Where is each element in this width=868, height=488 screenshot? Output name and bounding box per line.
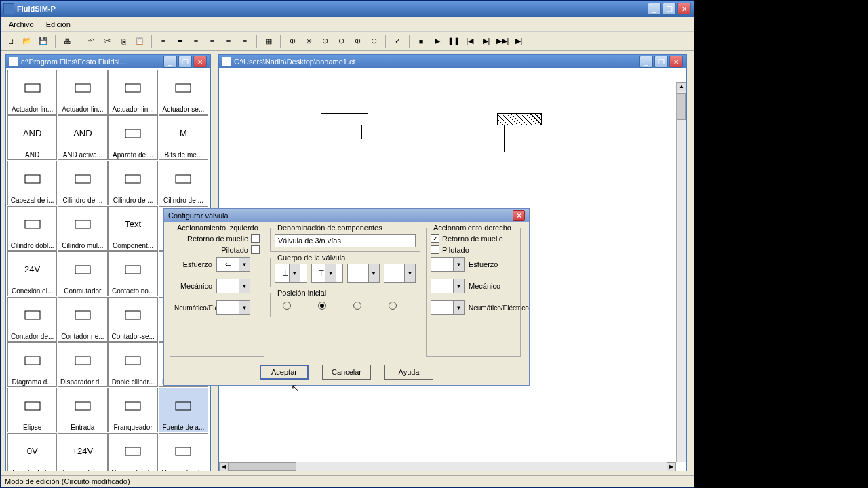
right-piloted-checkbox[interactable] xyxy=(431,245,439,254)
align-top-icon[interactable]: ≡ xyxy=(205,34,220,49)
align-middle-icon[interactable]: ≡ xyxy=(221,34,236,49)
palette-minimize[interactable]: _ xyxy=(163,56,177,68)
align-left-icon[interactable]: ≡ xyxy=(156,34,171,49)
canvas-vscroll[interactable]: ▲ xyxy=(676,82,686,462)
cancel-button[interactable]: Cancelar xyxy=(322,365,371,380)
palette-item[interactable]: Aparato de ... xyxy=(108,115,158,160)
canvas-close[interactable]: ✕ xyxy=(669,56,683,68)
palette-item[interactable]: Diagrama d... xyxy=(7,342,57,387)
palette-item[interactable]: Conmutador xyxy=(58,251,107,296)
palette-item[interactable]: Cabezal de i... xyxy=(7,161,57,205)
undo-icon[interactable]: ↶ xyxy=(83,34,98,49)
cylinder-symbol-1[interactable] xyxy=(321,113,368,125)
step-back-icon[interactable]: |◀ xyxy=(462,34,477,49)
menu-edit[interactable]: Edición xyxy=(41,19,76,30)
left-piloted-checkbox[interactable] xyxy=(251,245,260,254)
palette-item[interactable]: Actuador lin... xyxy=(108,70,158,115)
body-combo-2[interactable]: ⊤▼ xyxy=(311,264,344,283)
align-center-icon[interactable]: ≣ xyxy=(172,34,187,49)
palette-item[interactable]: ANDAND xyxy=(7,115,57,160)
pos-radio-1[interactable] xyxy=(283,302,291,310)
print-preview-icon[interactable]: 🖶 xyxy=(60,34,75,49)
left-pneu-combo[interactable]: ▼ xyxy=(216,300,250,315)
palette-item[interactable]: Disparador d... xyxy=(58,342,107,387)
palette-item[interactable]: MBits de me... xyxy=(159,115,208,160)
step-fwd-icon[interactable]: ▶| xyxy=(479,34,494,49)
palette-item[interactable]: Cilindro de ... xyxy=(159,161,208,205)
pos-radio-3[interactable] xyxy=(353,302,361,310)
right-effort-combo[interactable]: ▼ xyxy=(431,257,465,272)
palette-item[interactable]: Contador de... xyxy=(7,297,57,342)
copy-icon[interactable]: ⎘ xyxy=(116,34,131,49)
denomination-input[interactable] xyxy=(275,234,416,247)
canvas-hscroll[interactable]: ◀ ▶ xyxy=(219,462,676,471)
palette-item[interactable]: Actuador lin... xyxy=(58,70,107,115)
check-icon[interactable]: ✓ xyxy=(390,34,405,49)
maximize-button[interactable]: ❐ xyxy=(663,3,676,15)
stop-icon[interactable]: ■ xyxy=(414,34,429,49)
palette-item[interactable]: Contador ne... xyxy=(58,297,107,342)
cut-icon[interactable]: ✂ xyxy=(100,34,115,49)
palette-item[interactable]: Franqueador xyxy=(108,388,158,432)
canvas-maximize[interactable]: ❐ xyxy=(654,56,668,68)
palette-item[interactable]: Actuador se... xyxy=(159,70,208,115)
menu-file[interactable]: Archivo xyxy=(3,19,39,30)
pos-radio-2[interactable] xyxy=(318,302,326,310)
right-spring-checkbox[interactable]: ✓ xyxy=(431,234,439,243)
align-right-icon[interactable]: ≡ xyxy=(189,34,203,49)
palette-item[interactable]: Cilindro de ... xyxy=(108,161,158,205)
palette-item[interactable]: Cilindro dobl... xyxy=(7,206,57,251)
save-icon[interactable]: 💾 xyxy=(36,34,51,49)
paste-icon[interactable]: 📋 xyxy=(132,34,147,49)
palette-item[interactable]: Cilindro de ... xyxy=(58,161,107,205)
palette-item[interactable]: 24VConexión el... xyxy=(7,251,57,296)
palette-item[interactable]: 0VFuente de t... xyxy=(7,433,57,471)
palette-item[interactable]: Generador d... xyxy=(108,433,158,471)
zoom-100-icon[interactable]: ⊜ xyxy=(301,34,316,49)
skip-end-icon[interactable]: ▶| xyxy=(511,34,526,49)
palette-item[interactable]: Contador-se... xyxy=(108,297,158,342)
canvas-minimize[interactable]: _ xyxy=(639,56,653,68)
left-mech-combo[interactable]: ▼ xyxy=(216,279,250,293)
right-pneu-combo[interactable]: ▼ xyxy=(431,300,465,315)
dialog-close-button[interactable]: ✕ xyxy=(513,210,525,221)
align-bottom-icon[interactable]: ≡ xyxy=(237,34,252,49)
titlebar: FluidSIM-P _ ❐ ✕ xyxy=(1,1,694,17)
zoom-prev-icon[interactable]: ⊖ xyxy=(334,34,349,49)
palette-item[interactable]: Entrada xyxy=(58,388,107,432)
palette-maximize[interactable]: ❐ xyxy=(178,56,192,68)
open-icon[interactable]: 📂 xyxy=(20,34,35,49)
palette-item[interactable]: TextComponent... xyxy=(108,206,158,251)
zoom-region-icon[interactable]: ⊕ xyxy=(317,34,332,49)
new-icon[interactable]: 🗋 xyxy=(3,34,18,49)
pause-icon[interactable]: ❚❚ xyxy=(446,34,461,49)
minimize-button[interactable]: _ xyxy=(648,3,661,15)
help-button[interactable]: Ayuda xyxy=(384,365,433,380)
cylinder-symbol-2[interactable] xyxy=(497,113,542,125)
palette-item[interactable]: Elipse xyxy=(7,388,57,432)
pos-radio-4[interactable] xyxy=(389,302,397,310)
right-mech-combo[interactable]: ▼ xyxy=(431,279,465,293)
palette-item[interactable]: +24VFuente de t... xyxy=(58,433,107,471)
zoom-out-icon[interactable]: ⊖ xyxy=(366,34,381,49)
palette-item[interactable]: ANDAND activa... xyxy=(58,115,107,160)
palette-item[interactable]: Cilindro mul... xyxy=(58,206,107,251)
zoom-in-icon[interactable]: ⊕ xyxy=(350,34,365,49)
grid-icon[interactable]: ▦ xyxy=(261,34,276,49)
play-icon[interactable]: ▶ xyxy=(430,34,445,49)
left-effort-combo[interactable]: ⇐▼ xyxy=(216,257,250,272)
body-combo-3[interactable]: ▼ xyxy=(347,264,380,283)
body-combo-4[interactable]: ▼ xyxy=(384,264,416,283)
palette-item[interactable]: Actuador lin... xyxy=(7,70,57,115)
body-combo-1[interactable]: ⊥▼ xyxy=(275,264,307,283)
palette-item[interactable]: Doble cilindr... xyxy=(108,342,158,387)
left-spring-checkbox[interactable] xyxy=(251,234,260,243)
ok-button[interactable]: Aceptar xyxy=(260,365,309,380)
zoom-fit-icon[interactable]: ⊕ xyxy=(285,34,300,49)
palette-item[interactable]: Fuente de a... xyxy=(159,388,208,432)
palette-close[interactable]: ✕ xyxy=(193,56,207,68)
close-button[interactable]: ✕ xyxy=(677,3,691,15)
palette-item[interactable]: Generador d... xyxy=(159,433,208,471)
skip-fwd-icon[interactable]: ▶▶| xyxy=(495,34,510,49)
palette-item[interactable]: Contacto no... xyxy=(108,251,158,296)
